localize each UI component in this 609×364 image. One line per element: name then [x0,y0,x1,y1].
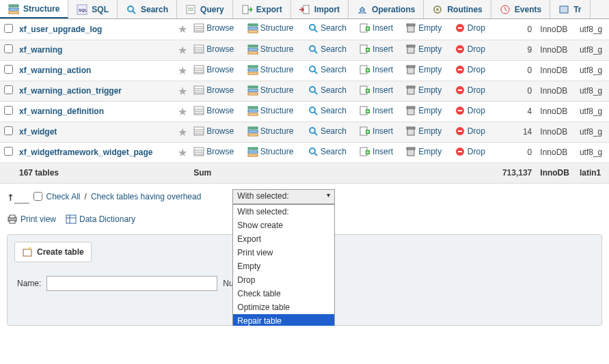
print-view-link[interactable]: Print view [7,214,56,225]
drop-link[interactable]: Drop [455,44,485,55]
tab-query[interactable]: Query [177,0,233,18]
favorite-icon[interactable]: ★ [174,81,191,101]
row-checkbox[interactable] [4,147,13,156]
tab-search[interactable]: Search [118,0,177,18]
structure-link[interactable]: Structure [247,64,294,75]
collation: utf8_g [577,101,609,122]
dropdown-option[interactable]: With selected: [233,205,334,219]
table-name-link[interactable]: xf_widget [16,122,174,142]
drop-link[interactable]: Drop [455,85,485,96]
table-name-link[interactable]: xf_widgetframework_widget_page [16,142,174,163]
empty-link[interactable]: Empty [405,44,442,55]
drop-link[interactable]: Drop [455,126,485,137]
data-dictionary-link[interactable]: Data Dictionary [66,214,135,225]
dropdown-option[interactable]: Print view [233,246,334,260]
empty-link[interactable]: Empty [405,105,442,116]
dropdown-option[interactable]: Check table [233,287,334,300]
svg-rect-143 [23,249,31,256]
structure-link[interactable]: Structure [247,146,294,157]
table-name-link[interactable]: xf_warning_definition [16,101,174,122]
row-count: 9 [494,40,537,60]
tables-list: xf_user_upgrade_log★ Browse Structure Se… [0,19,609,184]
browse-link[interactable]: Browse [193,44,234,55]
row-checkbox[interactable] [4,65,13,74]
insert-link[interactable]: Insert [360,85,393,96]
tab-operations[interactable]: Operations [349,0,424,18]
structure-link[interactable]: Structure [247,23,294,33]
search-link[interactable]: Search [308,23,347,33]
insert-link[interactable]: Insert [360,64,393,75]
search-link[interactable]: Search [308,85,347,96]
search-link[interactable]: Search [308,44,347,55]
tab-triggers[interactable]: Tr [550,0,590,18]
checkall-link[interactable]: Check All [46,192,81,201]
table-name-input[interactable] [46,276,217,291]
tab-export[interactable]: Export [233,0,291,18]
empty-link[interactable]: Empty [405,64,442,75]
drop-link[interactable]: Drop [455,23,485,33]
row-checkbox[interactable] [4,85,13,94]
collation: utf8_g [577,81,609,101]
dropdown-option[interactable]: Optimize table [233,300,334,314]
total-rows: 713,137 [494,163,537,183]
browse-link[interactable]: Browse [193,85,234,96]
tab-events[interactable]: Events [491,0,550,18]
structure-link[interactable]: Structure [247,44,294,55]
insert-link[interactable]: Insert [360,105,393,116]
with-selected-dropdown[interactable]: With selected: With selected:Show create… [232,189,335,204]
insert-link[interactable]: Insert [360,23,393,33]
dropdown-option[interactable]: Drop [233,273,334,287]
structure-link[interactable]: Structure [247,85,294,96]
svg-rect-39 [248,45,258,47]
tab-label: Search [141,5,168,14]
empty-link[interactable]: Empty [405,23,442,33]
favorite-icon[interactable]: ★ [174,122,191,142]
empty-link[interactable]: Empty [405,146,442,157]
checkall-checkbox[interactable] [33,192,42,201]
search-link[interactable]: Search [308,64,347,75]
favorite-icon[interactable]: ★ [174,101,191,122]
table-name-link[interactable]: xf_warning [16,40,174,60]
browse-link[interactable]: Browse [193,146,234,157]
table-name-link[interactable]: xf_warning_action_trigger [16,81,174,101]
insert-link[interactable]: Insert [360,44,393,55]
row-checkbox[interactable] [4,24,13,33]
empty-link[interactable]: Empty [405,85,442,96]
dropdown-option[interactable]: Repair table [233,314,334,326]
structure-link[interactable]: Structure [247,126,294,137]
favorite-icon[interactable]: ★ [174,142,191,163]
dropdown-option[interactable]: Empty [233,260,334,273]
dropdown-option[interactable]: Show create [233,219,334,232]
search-link[interactable]: Search [308,105,347,116]
search-link[interactable]: Search [308,146,347,157]
tab-structure[interactable]: Structure [0,0,68,18]
table-name-link[interactable]: xf_user_upgrade_log [16,19,174,40]
svg-rect-117 [407,127,415,129]
insert-link[interactable]: Insert [360,126,393,137]
favorite-icon[interactable]: ★ [174,19,191,40]
structure-link[interactable]: Structure [247,105,294,116]
drop-link[interactable]: Drop [455,146,485,157]
empty-link[interactable]: Empty [405,126,442,137]
tab-sql[interactable]: SQL SQL [68,0,118,18]
browse-link[interactable]: Browse [193,105,234,116]
tab-routines[interactable]: Routines [424,0,491,18]
drop-link[interactable]: Drop [455,64,485,75]
dropdown-button[interactable]: With selected: [232,189,335,204]
row-checkbox[interactable] [4,44,13,53]
browse-link[interactable]: Browse [193,64,234,75]
browse-link[interactable]: Browse [193,126,234,137]
row-checkbox[interactable] [4,126,13,135]
drop-link[interactable]: Drop [455,105,485,116]
table-name-link[interactable]: xf_warning_action [16,60,174,81]
check-overhead-link[interactable]: Check tables having overhead [91,192,201,201]
favorite-icon[interactable]: ★ [174,60,191,81]
tab-label: Structure [23,4,59,14]
dropdown-option[interactable]: Export [233,232,334,246]
search-link[interactable]: Search [308,126,347,137]
browse-link[interactable]: Browse [193,23,234,33]
row-checkbox[interactable] [4,106,13,115]
insert-link[interactable]: Insert [360,146,393,157]
favorite-icon[interactable]: ★ [174,40,191,60]
tab-import[interactable]: Import [291,0,349,18]
